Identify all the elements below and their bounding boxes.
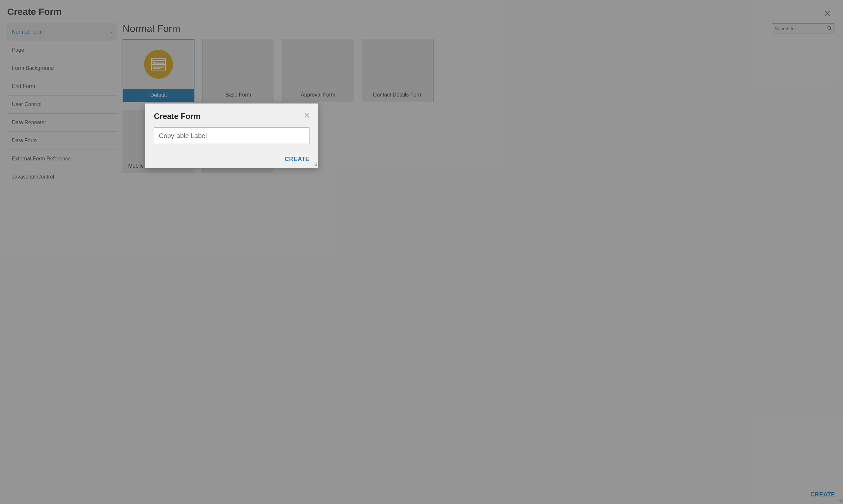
create-form-page: Create Form ✕ Normal Form › Page Form Ba… (0, 0, 843, 504)
form-name-input[interactable] (154, 127, 310, 144)
dialog-create-button[interactable]: CREATE (285, 156, 310, 163)
svg-line-14 (314, 162, 317, 166)
svg-line-16 (316, 165, 317, 166)
resize-grip-icon[interactable] (313, 161, 317, 167)
modal-overlay[interactable] (0, 0, 843, 504)
close-icon[interactable]: ✕ (303, 112, 310, 120)
dialog-title: Create Form (154, 112, 310, 121)
svg-line-15 (315, 164, 317, 166)
create-form-dialog: Create Form ✕ CREATE (145, 104, 318, 168)
